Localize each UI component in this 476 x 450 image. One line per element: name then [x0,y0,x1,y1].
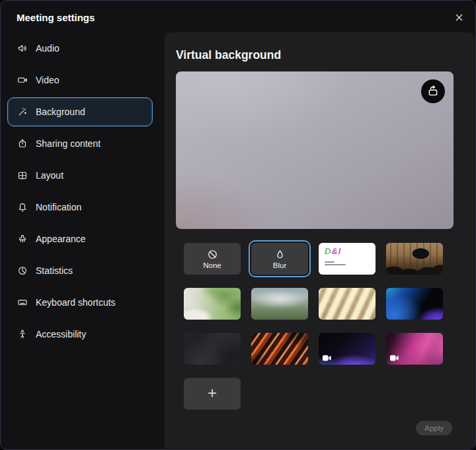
sidebar-item-notification[interactable]: Notification [7,193,153,222]
option-label: Blur [273,261,286,269]
sidebar-item-keyboard-shortcuts[interactable]: Keyboard shortcuts [7,288,153,317]
paint-brush-icon [17,234,28,244]
camera-preview [176,71,454,229]
share-icon [17,138,28,149]
background-option-none[interactable]: None [184,243,241,275]
dialog-title: Meeting settings [17,11,95,24]
sidebar-item-label: Keyboard shortcuts [36,297,116,308]
sidebar-item-layout[interactable]: Layout [7,161,153,190]
background-gallery: None Blur D&I [184,243,443,365]
magic-wand-icon [17,107,28,117]
sidebar-item-statistics[interactable]: Statistics [7,256,153,285]
background-thumb-office-room[interactable] [386,243,443,275]
video-camera-icon [17,75,28,85]
blurred-mountains-image [251,288,308,320]
living-room-image [184,288,241,320]
sidebar-item-label: Statistics [36,265,73,276]
dark-waves-image [184,333,241,365]
background-thumb-blurred-mountains[interactable] [251,288,308,320]
close-icon [454,13,464,22]
sidebar-item-label: Accessibility [36,329,86,339]
video-camera-badge-icon [390,353,399,360]
sidebar-item-label: Layout [36,170,63,181]
close-button[interactable] [452,10,466,24]
sidebar-item-background[interactable]: Background [7,97,153,126]
none-icon [207,249,218,260]
background-thumb-d-and-i-logo[interactable]: D&I [319,243,376,275]
background-thumb-living-room[interactable] [184,288,241,320]
background-thumb-pink-waves-video[interactable] [386,333,443,365]
flip-camera-button[interactable] [421,79,445,103]
apply-button[interactable]: Apply [416,421,452,435]
logo-tagline-line [325,261,335,263]
sidebar-item-audio[interactable]: Audio [7,34,153,63]
speaker-icon [17,43,28,54]
background-thumb-orange-lava[interactable] [251,333,308,365]
sidebar-item-label: Appearance [36,234,86,244]
meeting-settings-dialog: Meeting settings Audio V [0,0,476,450]
background-thumb-purple-glow-video[interactable] [319,333,376,365]
bell-icon [17,202,28,212]
logo-tagline-line [325,264,346,265]
plus-icon: + [208,385,217,401]
layout-grid-icon [17,170,28,181]
flip-camera-icon [427,85,439,97]
section-heading: Virtual background [176,48,281,62]
sidebar-item-label: Notification [36,202,81,212]
background-thumb-abstract-blue-purple[interactable] [386,288,443,320]
sidebar-item-label: Audio [36,43,60,54]
office-room-image [386,243,443,275]
virtual-background-panel: Virtual background None [165,32,475,449]
sidebar-item-appearance[interactable]: Appearance [7,224,153,253]
abstract-blue-purple-image [386,288,443,320]
sidebar-item-label: Video [36,75,60,85]
pie-chart-icon [17,265,28,276]
background-option-blur[interactable]: Blur [251,243,308,275]
option-label: None [203,261,221,269]
d-and-i-logo-image: D&I [319,243,376,275]
sidebar-item-label: Sharing content [36,138,100,149]
sidebar-item-label: Background [36,107,85,117]
orange-lava-image [251,333,308,365]
accessibility-icon [17,329,28,339]
sidebar-item-sharing-content[interactable]: Sharing content [7,129,153,158]
background-thumb-dark-waves[interactable] [184,333,241,365]
video-camera-badge-icon [323,353,331,360]
add-background-button[interactable]: + [184,378,241,410]
background-thumb-window-light[interactable] [319,288,376,320]
settings-sidebar: Audio Video Background [1,32,165,449]
sidebar-item-accessibility[interactable]: Accessibility [7,320,153,349]
window-light-image [319,288,376,320]
sidebar-item-video[interactable]: Video [7,66,153,95]
keyboard-icon [17,297,28,308]
blur-drop-icon [274,249,286,260]
d-and-i-logo-text: D&I [325,246,341,256]
